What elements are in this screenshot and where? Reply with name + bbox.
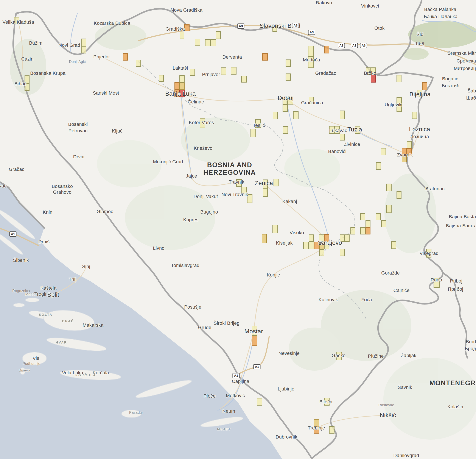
place-label: Glamoč xyxy=(97,209,113,214)
heat-cell xyxy=(293,111,298,119)
heat-cell xyxy=(397,191,401,199)
place-label: Brčko xyxy=(364,70,376,76)
place-label: ŠOLTA xyxy=(39,313,52,316)
place-label: Šavnik xyxy=(398,385,412,390)
place-label: Livno xyxy=(153,245,165,251)
place-label: Kalinovik xyxy=(319,297,338,303)
place-label: Ploče xyxy=(204,393,216,399)
place-label: Biševo xyxy=(19,368,30,372)
place-label: Grude xyxy=(198,325,211,330)
heat-cell xyxy=(184,24,189,31)
place-label: Лозница xyxy=(410,134,429,139)
place-label: Bogatic xyxy=(442,76,458,82)
heat-cell xyxy=(360,213,365,220)
place-label: Žabljak xyxy=(401,353,416,358)
heat-cell xyxy=(81,39,86,46)
place-label: Sanski Most xyxy=(93,90,119,96)
heat-cell xyxy=(397,75,401,82)
road-shield: A1 xyxy=(253,364,260,369)
place-label: Bijeljina xyxy=(409,91,431,98)
place-label: Sinj xyxy=(82,264,90,269)
heat-cell xyxy=(272,225,278,233)
place-label: Loznica xyxy=(409,126,430,133)
place-label: Posušje xyxy=(184,304,201,310)
heat-cell xyxy=(250,129,256,137)
heat-cell xyxy=(308,46,314,57)
place-label: Goražde xyxy=(381,270,400,276)
place-label: Prijedor xyxy=(93,54,110,60)
heat-cell xyxy=(340,111,345,119)
place-label: Kneževo xyxy=(194,146,212,151)
heat-cell xyxy=(345,234,349,242)
heat-cell xyxy=(262,53,268,61)
place-label: Bosansko xyxy=(52,184,73,189)
heat-cell xyxy=(407,141,412,148)
place-label: ★ xyxy=(319,240,323,245)
place-label: Konjic xyxy=(267,272,280,278)
place-label: Pasadur xyxy=(129,410,143,415)
heat-cell xyxy=(241,76,246,83)
road-shield: A3 xyxy=(338,43,345,48)
place-label: Шид xyxy=(414,41,424,46)
place-label: Прибој xyxy=(448,286,463,292)
place-label: Gračac xyxy=(9,167,24,172)
heat-cell xyxy=(324,46,329,53)
place-label: Bratunac xyxy=(425,186,445,191)
place-label: Ugljevik xyxy=(385,102,402,108)
place-label: Nikšić xyxy=(380,412,396,419)
heat-cell xyxy=(123,53,128,61)
place-label: Trebinje xyxy=(308,425,325,431)
heat-cell xyxy=(273,179,279,186)
heat-cell xyxy=(309,242,314,249)
place-label: Metković xyxy=(226,393,245,398)
place-label: Marina xyxy=(25,292,37,296)
place-label: Vinkovci xyxy=(361,3,379,9)
place-label: Otok xyxy=(374,26,384,31)
heat-cell xyxy=(391,241,396,249)
heat-cell xyxy=(340,134,345,140)
road-shield: A3 xyxy=(292,23,299,28)
country-label: BOSNIA AND xyxy=(207,161,252,169)
heat-cell xyxy=(216,31,221,39)
place-label: Derventa xyxy=(222,54,242,60)
place-label: Kaštela xyxy=(41,285,57,291)
place-label: Tuzla xyxy=(348,126,362,133)
place-label: Nevesinje xyxy=(279,351,300,356)
place-label: Jajce xyxy=(186,173,197,179)
heat-cell xyxy=(381,148,386,155)
place-label: Knin xyxy=(43,209,52,215)
place-label: Mrkonjić Grad xyxy=(153,159,183,165)
place-label: Doboj xyxy=(278,95,294,102)
place-label: Banja Luka xyxy=(165,90,196,97)
place-label: Visoko xyxy=(290,230,304,235)
place-label: Danilovgrad xyxy=(393,453,419,458)
heat-cell xyxy=(283,104,288,112)
heat-cell xyxy=(190,69,195,76)
heat-cell xyxy=(376,162,381,170)
map-canvas[interactable]: BOSNIA ANDHERZEGOVINAMONTENEGROBanja Luk… xyxy=(0,0,476,459)
place-label: Kupres xyxy=(183,217,199,223)
heat-cell xyxy=(309,234,314,242)
place-label: Rastovac xyxy=(378,403,394,407)
place-label: Bačka Palanka xyxy=(424,7,456,12)
heat-cell xyxy=(286,60,291,67)
place-label: Prnjavor xyxy=(202,72,220,77)
place-label: Gračanica xyxy=(301,100,323,106)
place-label: Čelinac xyxy=(188,99,204,105)
heat-cell xyxy=(386,205,391,213)
place-label: Бачка Паланка xyxy=(424,14,458,19)
place-label: Bajina Basta xyxy=(449,214,476,220)
place-label: Čapljina xyxy=(232,379,249,384)
place-label: Gradiška xyxy=(165,26,185,32)
place-label: Bužim xyxy=(29,40,42,46)
place-label: HVAR xyxy=(56,340,67,344)
place-label: Шаб xyxy=(466,95,476,101)
place-label: Sremska Mitr xyxy=(448,51,476,56)
place-label: Neum xyxy=(222,408,235,414)
heat-cell xyxy=(174,82,179,90)
place-label: Donji Agići xyxy=(69,60,87,64)
place-label: Cazin xyxy=(21,56,33,62)
heat-cell xyxy=(159,75,164,82)
heat-cell xyxy=(81,46,86,53)
place-label: Kiseljak xyxy=(276,240,292,246)
